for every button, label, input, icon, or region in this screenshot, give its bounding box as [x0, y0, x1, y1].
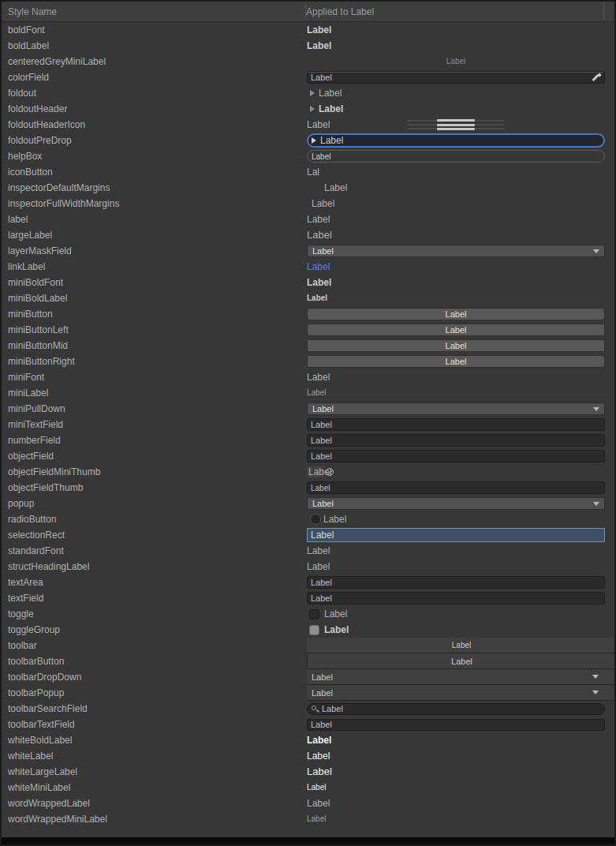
preview-foldoutHeaderIcon: Label [307, 117, 616, 133]
preview-numberField: Label [307, 432, 616, 448]
style-name: foldout [2, 88, 307, 99]
style-name: miniBoldLabel [2, 293, 307, 304]
field-text: Label [311, 578, 332, 587]
mini-button[interactable]: Label [307, 324, 605, 336]
row-miniTextField: miniTextFieldLabel [2, 417, 614, 432]
preview-toolbarTextField: Label [307, 717, 616, 732]
toolbar-dropdown[interactable]: Label [307, 685, 616, 701]
style-name: miniButtonMid [2, 340, 307, 351]
row-boldLabel: boldLabelLabel [2, 38, 614, 54]
style-name: toolbar [2, 640, 307, 651]
hamburger-icon [407, 120, 437, 129]
dropdown-arrow-icon [593, 249, 599, 253]
toolbar-search-field[interactable]: Label [307, 703, 605, 715]
dropdown-arrow-icon [593, 502, 599, 506]
object-field-mini-thumb[interactable]: Label [307, 464, 334, 480]
row-miniFont: miniFontLabel [2, 369, 614, 385]
text-field[interactable]: Label [307, 418, 605, 431]
foldout[interactable]: Label [307, 88, 342, 99]
mini-button[interactable]: Label [307, 355, 605, 368]
toolbar-label: Label [452, 641, 471, 649]
preview-foldoutHeader: Label [307, 101, 616, 117]
row-miniPullDown: miniPullDownLabel [2, 401, 614, 417]
foldout[interactable]: Label [307, 103, 343, 114]
label-text: Label [307, 732, 331, 748]
selection-rect[interactable]: Label [307, 528, 605, 542]
preview-objectFieldMiniThumb: Label [307, 464, 616, 480]
row-toolbarTextField: toolbarTextFieldLabel [2, 717, 614, 732]
text-field[interactable]: Label [307, 576, 605, 589]
row-miniBoldFont: miniBoldFontLabel [2, 275, 614, 290]
preview-colorField: Label [307, 69, 616, 85]
help-box: Label [307, 150, 605, 163]
row-inspectorFullWidthMargins: inspectorFullWidthMarginsLabel [2, 196, 614, 212]
row-toolbarButton: toolbarButtonLabel [2, 653, 614, 669]
preview-toggle: Label [307, 606, 616, 622]
selection-label: Label [311, 530, 334, 541]
row-toolbarDropDown: toolbarDropDownLabel [2, 669, 614, 685]
mini-button[interactable]: Label [307, 339, 605, 352]
row-label: labelLabel [2, 212, 614, 227]
toolbar-dropdown-label: Label [312, 672, 333, 682]
dropdown-arrow-icon [593, 407, 599, 411]
toggle[interactable]: Label [307, 608, 347, 620]
column-resize-handle[interactable] [305, 5, 306, 19]
button-label: Label [446, 357, 467, 366]
style-name: toggle [2, 608, 307, 620]
text-field[interactable]: Label [307, 592, 605, 605]
preview-foldoutPreDrop: Label [307, 133, 616, 148]
text-field[interactable]: Label [307, 434, 605, 447]
style-name: layerMaskField [2, 245, 307, 256]
preview-boldLabel: Label [307, 38, 616, 54]
popup-field[interactable]: Label [307, 245, 605, 257]
button-label: Label [446, 341, 467, 350]
row-layerMaskField: layerMaskFieldLabel [2, 243, 614, 259]
row-toggle: toggleLabel [2, 606, 614, 622]
foldout-predrop[interactable]: Label [307, 133, 605, 148]
style-name: objectField [2, 451, 307, 462]
checkbox[interactable] [309, 609, 319, 620]
popup-field[interactable]: Label [307, 402, 605, 415]
eyedropper-icon[interactable] [592, 73, 601, 82]
style-name: linkLabel [2, 261, 307, 272]
row-toggleGroup: toggleGroupLabel [2, 622, 614, 638]
preview-inspectorDefaultMargins: Label [307, 180, 616, 196]
toolbar-dropdown[interactable]: Label [307, 669, 616, 685]
text-field[interactable]: Label [307, 450, 605, 462]
style-name: inspectorFullWidthMargins [2, 198, 307, 209]
text-field[interactable]: Label [307, 719, 605, 731]
field-text: Label [311, 436, 332, 445]
style-name: miniButtonLeft [2, 324, 307, 335]
foldout-triangle-icon [312, 137, 316, 144]
label-text: Label [307, 227, 332, 243]
style-name: whiteBoldLabel [2, 735, 307, 746]
style-name: radioButton [2, 514, 307, 525]
preview-miniButtonRight: Label [307, 354, 616, 369]
checkbox[interactable] [309, 625, 319, 635]
row-numberField: numberFieldLabel [2, 432, 614, 448]
preview-layerMaskField: Label [307, 243, 616, 259]
label-text: Label [307, 385, 326, 401]
row-objectField: objectFieldLabel [2, 448, 614, 464]
foldout-label: Label [319, 103, 343, 114]
toolbar-button[interactable]: Label [307, 653, 616, 669]
style-name: colorField [2, 72, 307, 83]
mini-button[interactable]: Label [307, 308, 605, 320]
color-field[interactable]: Label [307, 71, 605, 84]
toolbar-label: Label [451, 657, 472, 666]
foldout-triangle-icon [310, 106, 315, 112]
hamburger-icon[interactable] [437, 119, 475, 130]
text-field[interactable]: Label [307, 481, 605, 494]
object-picker-icon[interactable] [326, 468, 334, 476]
bottom-bar [2, 837, 614, 844]
column-resize-handle-right[interactable] [603, 5, 604, 19]
toolbar-dropdown-label: Label [312, 688, 333, 698]
label-text: Label [307, 38, 331, 54]
preview-popup: Label [307, 496, 616, 511]
preview-objectField: Label [307, 448, 616, 464]
popup-field[interactable]: Label [307, 497, 605, 510]
radio-button[interactable]: Label [307, 514, 346, 525]
label-text: Label [307, 795, 330, 811]
field-text: Label [311, 451, 332, 461]
toggle[interactable]: Label [307, 624, 349, 635]
